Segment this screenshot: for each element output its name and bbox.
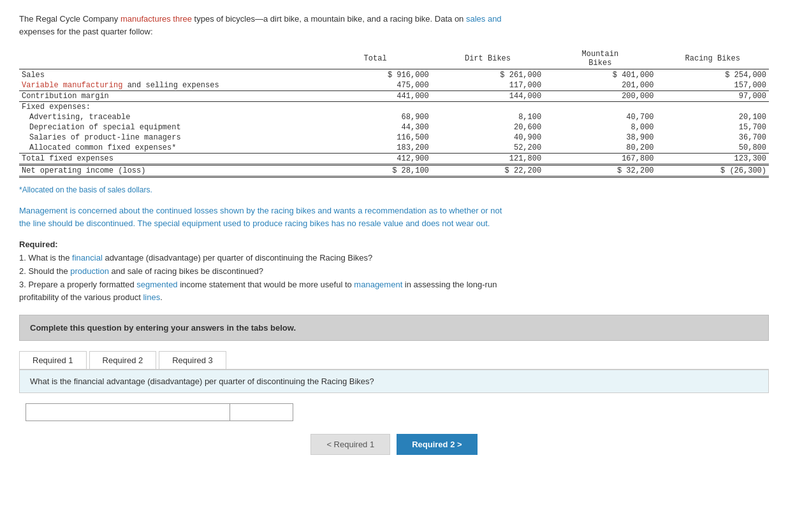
nav-buttons: < Required 1 Required 2 > — [19, 434, 769, 455]
tab-question: What is the financial advantage (disadva… — [19, 370, 769, 393]
table-row-total-fixed: Total fixed expenses 412,900 121,800 167… — [19, 154, 769, 165]
header-mountain: MountainBikes — [544, 49, 656, 69]
required-title: Required: — [19, 240, 769, 249]
intro-paragraph: The Regal Cycle Company manufactures thr… — [19, 13, 769, 38]
management-paragraph: Management is concerned about the contin… — [19, 205, 769, 229]
tab-content: What is the financial advantage (disadva… — [19, 370, 769, 421]
row-label-variable: Variable manufacturing and selling expen… — [19, 80, 319, 91]
next-button[interactable]: Required 2 > — [397, 434, 477, 455]
required-item-2: 2. Should the production and sale of rac… — [19, 265, 769, 278]
header-racing: Racing Bikes — [657, 49, 769, 69]
answer-input-narrow[interactable] — [230, 403, 293, 421]
table-row-salaries: Salaries of product-line managers 116,50… — [19, 133, 769, 143]
tabs-row: Required 1 Required 2 Required 3 — [19, 351, 769, 370]
answer-input-wide[interactable] — [26, 403, 230, 421]
input-row — [19, 403, 769, 421]
row-label-sales: Sales — [19, 69, 319, 81]
tab-required-3[interactable]: Required 3 — [159, 351, 226, 369]
table-row-advertising: Advertising, traceable 68,900 8,100 40,7… — [19, 112, 769, 122]
header-dirt: Dirt Bikes — [432, 49, 544, 69]
intro-text-line1: The Regal Cycle Company manufactures thr… — [19, 14, 502, 24]
financial-table: Total Dirt Bikes MountainBikes Racing Bi… — [19, 49, 769, 178]
tabs-container: Required 1 Required 2 Required 3 What is… — [19, 351, 769, 421]
footnote-text: *Allocated on the basis of sales dollars… — [19, 185, 769, 194]
intro-text-line2: expenses for the past quarter follow: — [19, 27, 153, 36]
table-row-depreciation: Depreciation of special equipment 44,300… — [19, 122, 769, 133]
required-item-3: 3. Prepare a properly formatted segmente… — [19, 278, 769, 305]
header-total: Total — [319, 49, 431, 69]
prev-button[interactable]: < Required 1 — [310, 434, 390, 455]
tab-required-1[interactable]: Required 1 — [19, 351, 87, 369]
header-label — [19, 49, 319, 69]
row-label-contribution: Contribution margin — [19, 91, 319, 102]
table-row-variable: Variable manufacturing and selling expen… — [19, 80, 769, 91]
table-row-fixed-label: Fixed expenses: — [19, 102, 769, 113]
tab-required-2[interactable]: Required 2 — [89, 351, 157, 369]
table-row-net-income: Net operating income (loss) $ 28,100 $ 2… — [19, 165, 769, 177]
table-row-contribution: Contribution margin 441,000 144,000 200,… — [19, 91, 769, 102]
table-row-allocated: Allocated common fixed expenses* 183,200… — [19, 143, 769, 154]
required-section: Required: 1. What is the financial advan… — [19, 240, 769, 305]
required-item-1: 1. What is the financial advantage (disa… — [19, 252, 769, 265]
table-row-sales: Sales $ 916,000 $ 261,000 $ 401,000 $ 25… — [19, 69, 769, 81]
complete-box: Complete this question by entering your … — [19, 315, 769, 341]
table-header-row: Total Dirt Bikes MountainBikes Racing Bi… — [19, 49, 769, 69]
